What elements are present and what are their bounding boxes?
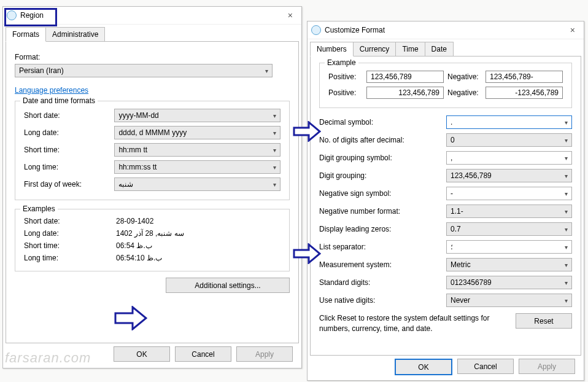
tab-time[interactable]: Time [395,42,425,57]
negative-sign-label: Negative sign symbol: [319,189,436,198]
positive-text1: 123,456,789 [366,71,444,83]
measurement-label: Measurement system: [319,260,436,269]
leading-zeros-dropdown[interactable]: 0.7 ▾ [446,222,572,236]
chevron-down-icon: ▾ [565,155,568,162]
chevron-down-icon: ▾ [565,262,568,268]
positive-label: Positive: [328,72,363,81]
negative-format-label: Negative number format: [319,207,436,216]
close-icon[interactable]: × [565,24,580,36]
native-digits-label: Use native digits: [319,296,436,305]
example-short-date-value: 28-09-1402 [116,217,153,225]
chevron-down-icon: ▾ [273,147,276,154]
apply-button[interactable]: Apply [236,346,293,362]
date-time-legend: Date and time formats [20,96,98,105]
example-short-time-label: Short time: [24,241,116,250]
decimal-symbol-dropdown[interactable]: . ▾ [446,115,572,129]
cancel-button[interactable]: Cancel [457,359,514,374]
positive-text2: 123,456,789 [366,87,444,99]
reset-description: Click Reset to restore the system defaul… [319,313,516,334]
chevron-down-icon: ▾ [565,119,568,126]
long-time-label: Long time: [24,163,114,171]
native-digits-dropdown[interactable]: Never ▾ [446,294,572,307]
decimal-symbol-value: . [451,118,452,127]
long-date-value: dddd, d MMMM yyyy [118,128,187,137]
chevron-down-icon: ▾ [565,208,568,215]
cancel-button[interactable]: Cancel [175,346,231,362]
decimal-symbol-label: Decimal symbol: [319,118,436,127]
chevron-down-icon: ▾ [565,279,568,286]
negative-format-dropdown[interactable]: 1.1- ▾ [446,205,572,218]
measurement-value: Metric [451,260,471,269]
region-tabstrip: Formats Administrative [3,25,301,42]
ok-button[interactable]: OK [395,359,452,375]
chevron-down-icon: ▾ [273,130,276,136]
tab-date[interactable]: Date [425,42,454,57]
group-symbol-dropdown[interactable]: , ▾ [446,151,572,165]
examples-group: Examples Short date: 28-09-1402 Long dat… [15,209,290,271]
negative-sign-value: - [451,189,453,198]
tab-currency[interactable]: Currency [353,42,397,57]
group-symbol-label: Digit grouping symbol: [319,154,436,162]
customize-title: Customize Format [325,26,385,34]
negative-sign-dropdown[interactable]: - ▾ [446,187,572,200]
digit-grouping-label: Digit grouping: [319,171,436,180]
long-time-value: hh:mm:ss tt [118,163,157,171]
chevron-down-icon: ▾ [565,244,568,251]
chevron-down-icon: ▾ [265,68,268,74]
chevron-down-icon: ▾ [565,297,568,304]
customize-tab-body: Example Positive: 123,456,789 Negative: … [310,56,581,356]
measurement-dropdown[interactable]: Metric ▾ [446,258,572,271]
native-digits-value: Never [451,296,470,305]
tab-numbers[interactable]: Numbers [310,42,354,57]
tab-administrative[interactable]: Administrative [45,27,105,42]
short-date-label: Short date: [24,111,114,120]
chevron-down-icon: ▾ [565,137,568,144]
ok-button[interactable]: OK [114,346,170,362]
example-legend: Example [325,58,358,67]
long-time-dropdown[interactable]: hh:mm:ss tt ▾ [114,160,280,174]
negative-value2: -123,456,789 [515,88,559,97]
negative-value1: 123,456,789- [490,72,533,81]
positive-value1: 123,456,789 [371,72,412,81]
chevron-down-icon: ▾ [565,190,568,197]
first-day-dropdown[interactable]: شنبه ▾ [114,177,280,191]
example-group: Example Positive: 123,456,789 Negative: … [319,63,572,108]
region-title: Region [20,11,44,20]
first-day-label: First day of week: [24,180,114,189]
digit-grouping-value: 123,456,789 [451,171,492,180]
standard-digits-dropdown[interactable]: 0123456789 ▾ [446,276,572,289]
digits-after-value: 0 [451,136,455,144]
list-separator-dropdown[interactable]: ؛ ▾ [446,240,572,254]
positive-value2: 123,456,789 [398,88,439,97]
tab-formats[interactable]: Formats [6,27,46,42]
digits-after-dropdown[interactable]: 0 ▾ [446,133,572,147]
chevron-down-icon: ▾ [565,226,568,233]
customize-titlebar: Customize Format × [308,21,584,39]
short-time-label: Short time: [24,146,114,154]
globe-icon [7,10,17,20]
language-preferences-link[interactable]: Language preferences [15,86,88,95]
reset-button[interactable]: Reset [516,313,572,329]
example-long-time-value: 06:54:10 ب.ظ [116,254,162,262]
negative-label: Negative: [447,72,482,81]
example-long-time-label: Long time: [24,254,116,262]
apply-button[interactable]: Apply [519,359,575,374]
list-separator-value: ؛ [451,243,453,251]
leading-zeros-label: Display leading zeros: [319,225,436,233]
digit-grouping-dropdown[interactable]: 123,456,789 ▾ [446,169,572,182]
short-date-dropdown[interactable]: yyyy-MM-dd ▾ [114,109,280,122]
standard-digits-label: Standard digits: [319,278,436,287]
example-short-date-label: Short date: [24,217,116,225]
chevron-down-icon: ▾ [273,112,276,119]
additional-settings-button[interactable]: Additional settings... [166,278,290,293]
chevron-down-icon: ▾ [273,181,276,188]
long-date-dropdown[interactable]: dddd, d MMMM yyyy ▾ [114,126,280,139]
negative-label: Negative: [447,88,482,97]
short-time-value: hh:mm tt [118,146,147,154]
format-dropdown[interactable]: Persian (Iran) ▾ [15,64,273,77]
short-time-dropdown[interactable]: hh:mm tt ▾ [114,143,280,157]
region-tab-body: Format: Persian (Iran) ▾ Language prefer… [6,41,299,343]
close-icon[interactable]: × [283,9,298,21]
customize-tabstrip: Numbers Currency Time Date [308,39,584,57]
watermark: farsaran.com [5,350,91,366]
